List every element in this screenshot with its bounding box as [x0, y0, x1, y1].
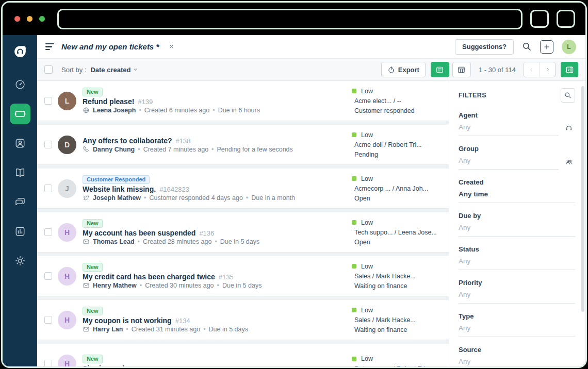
- address-bar[interactable]: [57, 9, 522, 29]
- requester-name[interactable]: Harry Lan: [93, 326, 123, 333]
- browser-toolbar-button[interactable]: [530, 10, 549, 28]
- minimize-window-button[interactable]: [27, 16, 32, 22]
- ticket-title[interactable]: Website link missing.: [83, 185, 156, 193]
- filters-scrollbar[interactable]: [581, 86, 584, 312]
- close-window-button[interactable]: [14, 16, 20, 22]
- header-actions: Suggestions? L: [455, 39, 576, 55]
- ticket-checkbox[interactable]: [44, 360, 52, 366]
- group-agent-dropdown[interactable]: Acme doll / Robert Tri...: [351, 141, 445, 148]
- ticket-checkbox[interactable]: [44, 184, 52, 192]
- requester-name[interactable]: Danny Chung: [93, 146, 135, 153]
- status-dropdown[interactable]: Pending: [351, 151, 445, 158]
- group-agent-dropdown[interactable]: Sales / Mark Hacke...: [351, 273, 445, 280]
- ticket-row[interactable]: H New My coupon is not working #134 Harr…: [37, 300, 449, 340]
- filter-search-button[interactable]: [561, 88, 575, 103]
- filter-select[interactable]: Any time: [459, 186, 575, 203]
- sidebar-item-contacts[interactable]: [10, 133, 30, 154]
- export-button[interactable]: Export: [381, 62, 426, 77]
- requester-avatar[interactable]: H: [58, 311, 76, 329]
- ticket-title[interactable]: Any offers to collaborate?: [83, 137, 172, 145]
- group-agent-dropdown[interactable]: Acme elect... / --: [351, 97, 445, 105]
- requester-name[interactable]: Thomas Lead: [93, 238, 135, 245]
- user-avatar[interactable]: L: [562, 40, 576, 54]
- new-ticket-button[interactable]: [540, 40, 553, 54]
- status-dropdown[interactable]: Waiting on finance: [351, 326, 445, 333]
- status-dropdown[interactable]: Waiting on finance: [351, 282, 445, 290]
- priority-dropdown[interactable]: Low: [351, 355, 445, 362]
- requester-avatar[interactable]: L: [58, 92, 76, 110]
- ticket-checkbox[interactable]: [44, 316, 52, 324]
- sidebar-item-analytics[interactable]: [10, 221, 30, 242]
- requester-avatar[interactable]: H: [58, 267, 76, 286]
- ticket-id: #135: [219, 273, 234, 281]
- group-agent-dropdown[interactable]: Tech suppo... / Leena Jose...: [351, 229, 445, 236]
- ticket-row[interactable]: H New Size issue :/ #133 Low Returns an.…: [37, 344, 449, 366]
- ticket-row[interactable]: H New My credit card has been charged tw…: [37, 256, 449, 296]
- suggestions-button[interactable]: Suggestions?: [455, 39, 514, 55]
- sidebar-item-dashboard[interactable]: [10, 74, 30, 95]
- next-page-button[interactable]: [540, 62, 555, 77]
- status-dropdown[interactable]: Open: [351, 195, 445, 202]
- sidebar-item-tickets[interactable]: [10, 104, 30, 124]
- requester-name[interactable]: Henry Mathew: [93, 282, 137, 289]
- status-dropdown[interactable]: Customer responded: [351, 107, 445, 114]
- requester-avatar[interactable]: D: [58, 136, 76, 154]
- requester-name[interactable]: Leena Joseph: [93, 107, 136, 114]
- priority-dropdown[interactable]: Low: [351, 219, 445, 226]
- filter-select[interactable]: Any: [459, 320, 575, 337]
- ticket-row[interactable]: J Customer Responded Website link missin…: [37, 169, 449, 209]
- sidebar-item-settings[interactable]: [10, 250, 30, 271]
- meta-item: Due in 6 hours: [218, 107, 260, 114]
- group-agent-dropdown[interactable]: Sales / Mark Hacke...: [351, 316, 445, 324]
- browser-toolbar-button[interactable]: [557, 10, 575, 28]
- window-titlebar: [3, 3, 585, 35]
- ticket-row[interactable]: H New My account has been suspended #136…: [37, 212, 449, 253]
- card-view-button[interactable]: [431, 62, 449, 77]
- maximize-window-button[interactable]: [39, 16, 45, 22]
- collapse-panel-button[interactable]: [561, 62, 578, 77]
- requester-avatar[interactable]: H: [58, 223, 76, 242]
- group-agent-dropdown[interactable]: Returns an... / Robert Tri...: [351, 365, 445, 366]
- ticket-title[interactable]: Size issue :/: [83, 364, 124, 366]
- filter-select[interactable]: Any: [459, 354, 575, 366]
- search-icon[interactable]: [522, 42, 532, 52]
- filter-select[interactable]: Any: [459, 153, 559, 170]
- sidebar-item-forums[interactable]: [10, 192, 30, 212]
- group-agent-value: Acmecorp ... / Anna Joh...: [354, 185, 428, 192]
- sort-dropdown[interactable]: Date created: [90, 66, 138, 74]
- sidebar-item-solutions[interactable]: [10, 162, 30, 183]
- priority-dropdown[interactable]: Low: [351, 131, 445, 139]
- requester-avatar[interactable]: H: [58, 355, 76, 367]
- ticket-title[interactable]: My credit card has been charged twice: [83, 273, 215, 281]
- ticket-row[interactable]: L New Refund please! #139 Leena Joseph •…: [37, 81, 449, 121]
- ticket-checkbox[interactable]: [44, 141, 52, 148]
- ticket-title[interactable]: Refund please!: [83, 97, 134, 106]
- ticket-checkbox[interactable]: [44, 272, 52, 280]
- close-view-icon[interactable]: [168, 43, 175, 50]
- ticket-row[interactable]: D Any offers to collaborate? #138 Danny …: [37, 125, 449, 165]
- requester-avatar[interactable]: J: [58, 179, 76, 198]
- filter-side-toggle[interactable]: [565, 158, 575, 170]
- prev-page-button[interactable]: [524, 62, 540, 77]
- select-all-checkbox[interactable]: [44, 65, 53, 74]
- ticket-title[interactable]: My account has been suspended: [83, 229, 195, 237]
- filter-select[interactable]: Any: [459, 220, 575, 237]
- priority-dropdown[interactable]: Low: [351, 175, 445, 182]
- ticket-checkbox[interactable]: [44, 97, 52, 105]
- status-dropdown[interactable]: Open: [351, 239, 445, 246]
- priority-dropdown[interactable]: Low: [351, 88, 445, 95]
- filter-select[interactable]: Any: [459, 119, 559, 136]
- envelope-icon: [83, 238, 90, 245]
- ticket-title[interactable]: My coupon is not working: [83, 316, 172, 325]
- table-view-button[interactable]: [452, 62, 471, 77]
- group-agent-dropdown[interactable]: Acmecorp ... / Anna Joh...: [351, 185, 445, 192]
- filter-select[interactable]: Any: [459, 253, 575, 270]
- ticket-checkbox[interactable]: [44, 228, 52, 236]
- filter-select[interactable]: Any: [459, 287, 575, 304]
- sidebar-item-logo[interactable]: [10, 41, 30, 62]
- priority-dropdown[interactable]: Low: [351, 263, 445, 270]
- ticket-view-icon[interactable]: [45, 43, 54, 50]
- filter-side-toggle[interactable]: [565, 124, 575, 136]
- priority-dropdown[interactable]: Low: [351, 307, 445, 314]
- requester-name[interactable]: Joseph Mathew: [93, 194, 141, 202]
